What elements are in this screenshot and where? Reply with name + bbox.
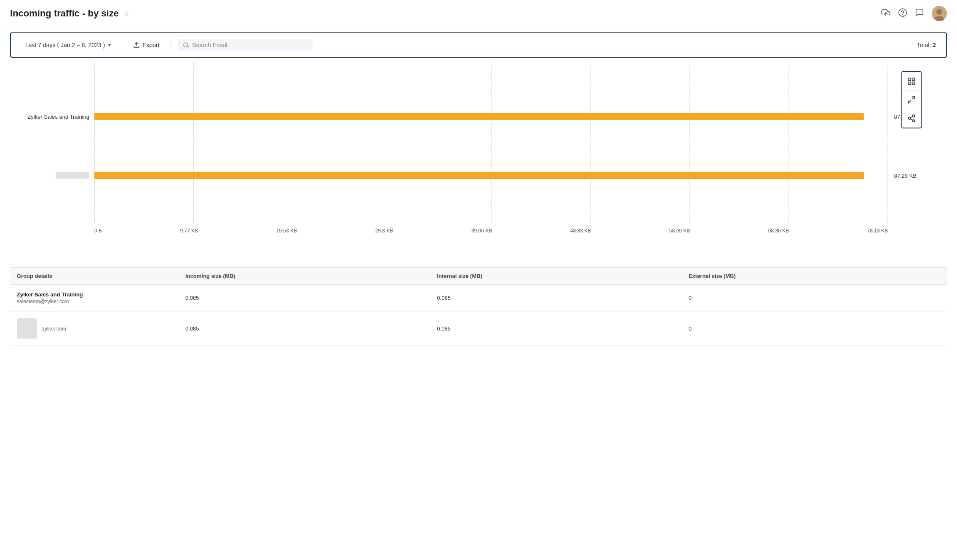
group-cell-1: Zylker Sales and Training salesteam@zylk… (17, 291, 185, 304)
blurred-avatar (17, 318, 37, 339)
chart-grid: Zylker Sales and Training 87.29 KB (94, 63, 888, 223)
internal-size-1: 0.085 (437, 295, 688, 301)
group-name-1: Zylker Sales and Training (17, 291, 83, 298)
search-box[interactable] (178, 39, 313, 51)
table-header: Group details Incoming size (MB) Interna… (10, 268, 947, 285)
bar-track-2: 87.29 KB (94, 172, 888, 179)
group-cell-2: zylker.com (17, 318, 185, 339)
bar-track-1: 87.29 KB (94, 113, 888, 120)
header-right (881, 6, 947, 21)
date-range-label: Last 7 days ( Jan 2 – 8, 2023 ) (25, 42, 105, 48)
col-internal-size: Internal size (MB) (437, 273, 688, 279)
x-axis-label: 19.53 KB (276, 228, 297, 234)
upload-cloud-icon[interactable] (881, 8, 890, 19)
bar-label-1: Zylker Sales and Training (9, 114, 89, 120)
svg-line-8 (187, 46, 188, 48)
avatar[interactable] (932, 6, 947, 21)
x-axis-label: 29.3 KB (375, 228, 393, 234)
svg-line-14 (909, 100, 911, 103)
table-row: Zylker Sales and Training salesteam@zylk… (10, 285, 947, 312)
table-row: 87.29 KB (94, 172, 888, 179)
export-icon (133, 42, 140, 48)
toolbar-divider (122, 41, 122, 49)
x-axis-label: 39.06 KB (471, 228, 492, 234)
external-size-1: 0 (689, 295, 940, 301)
table-container: Group details Incoming size (MB) Interna… (10, 267, 947, 346)
export-label: Export (142, 42, 159, 48)
toolbar-left: Last 7 days ( Jan 2 – 8, 2023 ) ▾ Export (21, 39, 313, 51)
incoming-size-2: 0.085 (185, 325, 437, 332)
svg-rect-10 (912, 78, 915, 80)
svg-line-13 (912, 96, 915, 99)
page-title: Incoming traffic - by size (10, 8, 119, 19)
toolbar: Last 7 days ( Jan 2 – 8, 2023 ) ▾ Export… (10, 32, 947, 58)
svg-rect-9 (909, 78, 911, 80)
toolbar-total: Total: 2 (917, 42, 936, 48)
toolbar-divider-2 (171, 41, 171, 49)
table-row: zylker.com 0.085 0.085 0 (10, 312, 947, 346)
bar-value-2: 87.29 KB (894, 173, 917, 179)
chart-inner: Zylker Sales and Training 87.29 KB (94, 63, 888, 234)
grid-view-button[interactable] (902, 72, 921, 91)
chart-actions (901, 71, 922, 128)
search-icon (183, 42, 189, 48)
external-size-2: 0 (689, 325, 940, 332)
x-axis-label: 58.59 KB (669, 228, 690, 234)
table-row: Zylker Sales and Training 87.29 KB (94, 113, 888, 120)
expand-button[interactable] (902, 91, 921, 109)
bar-fill-2 (94, 172, 864, 179)
svg-rect-11 (909, 82, 911, 84)
col-external-size: External size (MB) (689, 273, 940, 279)
header-left: Incoming traffic - by size ☆ (10, 8, 130, 19)
group-email-1: salesteam@zylker.com (17, 299, 83, 304)
help-circle-icon[interactable] (898, 8, 907, 19)
col-group-details: Group details (17, 273, 185, 279)
svg-point-1 (899, 8, 906, 16)
chart-container: Zylker Sales and Training 87.29 KB (10, 63, 947, 259)
chevron-down-icon: ▾ (108, 42, 111, 48)
header: Incoming traffic - by size ☆ (0, 0, 957, 27)
search-input[interactable] (192, 42, 307, 48)
x-axis-label: 48.83 KB (570, 228, 591, 234)
share-button[interactable] (902, 109, 921, 128)
incoming-size-1: 0.085 (185, 295, 437, 301)
total-prefix: Total: (917, 42, 933, 48)
x-axis-label: 0 B (94, 228, 102, 234)
bar-rows: Zylker Sales and Training 87.29 KB (94, 63, 888, 223)
export-button[interactable]: Export (129, 39, 163, 51)
x-axis-label: 68.36 KB (768, 228, 789, 234)
svg-point-4 (936, 9, 942, 15)
message-icon[interactable] (915, 8, 924, 19)
svg-line-18 (910, 119, 913, 120)
group-email-2: zylker.com (42, 326, 66, 332)
svg-line-19 (910, 116, 913, 117)
x-axis-label: 9.77 KB (180, 228, 198, 234)
bar-label-2 (9, 172, 89, 180)
internal-size-2: 0.085 (437, 325, 688, 332)
total-value: 2 (933, 42, 936, 48)
svg-rect-12 (912, 82, 915, 84)
blurred-label (56, 172, 89, 179)
x-axis: 0 B 9.77 KB 19.53 KB 29.3 KB 39.06 KB 48… (94, 228, 888, 234)
star-icon[interactable]: ☆ (123, 9, 130, 18)
col-incoming-size: Incoming size (MB) (185, 273, 437, 279)
x-axis-label: 78.13 KB (867, 228, 888, 234)
date-range-button[interactable]: Last 7 days ( Jan 2 – 8, 2023 ) ▾ (21, 39, 115, 51)
bar-fill-1 (94, 113, 864, 120)
